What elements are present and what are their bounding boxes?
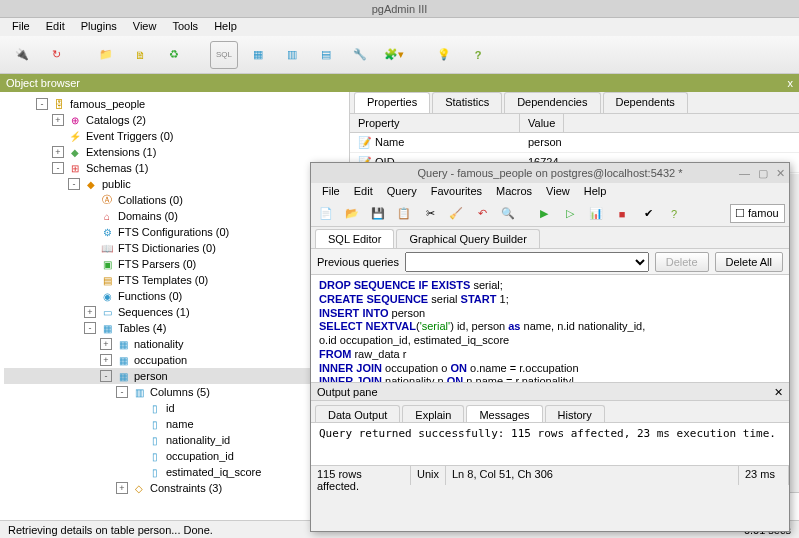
tree-item[interactable]: -▦Tables (4): [4, 320, 345, 336]
expand-icon[interactable]: +: [100, 354, 112, 366]
tab-statistics[interactable]: Statistics: [432, 92, 502, 113]
tree-item[interactable]: ▯nationality_id: [4, 432, 345, 448]
close-icon[interactable]: ✕: [774, 383, 783, 400]
qmenu-file[interactable]: File: [315, 183, 347, 201]
trash-icon[interactable]: ♻: [160, 41, 188, 69]
previous-queries-select[interactable]: [405, 252, 649, 272]
tree-item[interactable]: ⚡Event Triggers (0): [4, 128, 345, 144]
qmenu-favourites[interactable]: Favourites: [424, 183, 489, 201]
expand-icon[interactable]: +: [116, 482, 128, 494]
node-icon: ▯: [148, 433, 162, 447]
tree-item[interactable]: +⊕Catalogs (2): [4, 112, 345, 128]
menu-tools[interactable]: Tools: [164, 18, 206, 36]
tree-item[interactable]: ▣FTS Parsers (0): [4, 256, 345, 272]
menu-view[interactable]: View: [125, 18, 165, 36]
collapse-icon[interactable]: -: [68, 178, 80, 190]
tree-item[interactable]: ▯name: [4, 416, 345, 432]
close-icon[interactable]: x: [788, 74, 794, 92]
new-icon[interactable]: 📄: [315, 203, 337, 225]
properties-icon[interactable]: 🗎: [126, 41, 154, 69]
tree-item[interactable]: -▦person: [4, 368, 345, 384]
collapse-icon[interactable]: -: [52, 162, 64, 174]
commit-icon[interactable]: ✔: [637, 203, 659, 225]
refresh-icon[interactable]: ↻: [42, 41, 70, 69]
sql-icon[interactable]: SQL: [210, 41, 238, 69]
tab-dependencies[interactable]: Dependencies: [504, 92, 600, 113]
close-icon[interactable]: ✕: [776, 167, 785, 180]
tree-item[interactable]: +▦nationality: [4, 336, 345, 352]
tree-item[interactable]: ▯occupation_id: [4, 448, 345, 464]
tree-item[interactable]: ▯id: [4, 400, 345, 416]
save-icon[interactable]: 💾: [367, 203, 389, 225]
tab-messages[interactable]: Messages: [466, 405, 542, 422]
tab-dependents[interactable]: Dependents: [603, 92, 688, 113]
tree-item[interactable]: -⊞Schemas (1): [4, 160, 345, 176]
qmenu-view[interactable]: View: [539, 183, 577, 201]
tree-item[interactable]: -◆public: [4, 176, 345, 192]
delete-all-button[interactable]: Delete All: [715, 252, 783, 272]
tab-graphical-query-builder[interactable]: Graphical Query Builder: [396, 229, 539, 248]
menu-help[interactable]: Help: [206, 18, 245, 36]
help-icon[interactable]: ?: [663, 203, 685, 225]
run-plan-icon[interactable]: ▷: [559, 203, 581, 225]
wrench-icon[interactable]: 🔧: [346, 41, 374, 69]
cut-icon[interactable]: ✂: [419, 203, 441, 225]
undo-icon[interactable]: ↶: [471, 203, 493, 225]
table-filter-icon[interactable]: ▥: [278, 41, 306, 69]
plug-icon[interactable]: 🔌: [8, 41, 36, 69]
tree-item[interactable]: ⌂Domains (0): [4, 208, 345, 224]
help-icon[interactable]: ?: [464, 41, 492, 69]
qmenu-help[interactable]: Help: [577, 183, 614, 201]
tree-item[interactable]: ⚙FTS Configurations (0): [4, 224, 345, 240]
object-browser-tree[interactable]: -🗄famous_people+⊕Catalogs (2)⚡Event Trig…: [0, 92, 350, 520]
collapse-icon[interactable]: -: [84, 322, 96, 334]
tree-item[interactable]: ⒶCollations (0): [4, 192, 345, 208]
copy-icon[interactable]: 📋: [393, 203, 415, 225]
find-icon[interactable]: 🔍: [497, 203, 519, 225]
expand-icon[interactable]: +: [52, 146, 64, 158]
delete-button[interactable]: Delete: [655, 252, 709, 272]
tree-item[interactable]: +▦occupation: [4, 352, 345, 368]
tree-item[interactable]: ▤FTS Templates (0): [4, 272, 345, 288]
folder-icon[interactable]: 📁: [92, 41, 120, 69]
expand-icon[interactable]: +: [100, 338, 112, 350]
menu-plugins[interactable]: Plugins: [73, 18, 125, 36]
expand-icon[interactable]: +: [52, 114, 64, 126]
node-icon: ⚡: [68, 129, 82, 143]
explain-icon[interactable]: 📊: [585, 203, 607, 225]
tree-item[interactable]: +◇Constraints (3): [4, 480, 345, 496]
collapse-icon[interactable]: -: [100, 370, 112, 382]
menu-file[interactable]: File: [4, 18, 38, 36]
table-edit-icon[interactable]: ▤: [312, 41, 340, 69]
collapse-icon[interactable]: -: [36, 98, 48, 110]
tab-properties[interactable]: Properties: [354, 92, 430, 113]
tree-item[interactable]: -▥Columns (5): [4, 384, 345, 400]
hint-icon[interactable]: 💡: [430, 41, 458, 69]
minimize-icon[interactable]: —: [739, 167, 750, 180]
puzzle-icon[interactable]: 🧩▾: [380, 41, 408, 69]
qmenu-edit[interactable]: Edit: [347, 183, 380, 201]
clear-icon[interactable]: 🧹: [445, 203, 467, 225]
menu-edit[interactable]: Edit: [38, 18, 73, 36]
tree-item[interactable]: ◉Functions (0): [4, 288, 345, 304]
tree-item[interactable]: +◆Extensions (1): [4, 144, 345, 160]
tab-sql-editor[interactable]: SQL Editor: [315, 229, 394, 248]
stop-icon[interactable]: ■: [611, 203, 633, 225]
sql-editor[interactable]: DROP SEQUENCE IF EXISTS serial;CREATE SE…: [311, 275, 789, 383]
tree-item[interactable]: 📖FTS Dictionaries (0): [4, 240, 345, 256]
tree-item[interactable]: +▭Sequences (1): [4, 304, 345, 320]
tree-item[interactable]: -🗄famous_people: [4, 96, 345, 112]
maximize-icon[interactable]: ▢: [758, 167, 768, 180]
tab-explain[interactable]: Explain: [402, 405, 464, 422]
tree-item[interactable]: ▯estimated_iq_score: [4, 464, 345, 480]
open-icon[interactable]: 📂: [341, 203, 363, 225]
qmenu-query[interactable]: Query: [380, 183, 424, 201]
connection-combo[interactable]: famou: [730, 204, 785, 223]
expand-icon[interactable]: +: [84, 306, 96, 318]
qmenu-macros[interactable]: Macros: [489, 183, 539, 201]
run-icon[interactable]: ▶: [533, 203, 555, 225]
collapse-icon[interactable]: -: [116, 386, 128, 398]
tab-data-output[interactable]: Data Output: [315, 405, 400, 422]
tab-history[interactable]: History: [545, 405, 605, 422]
table-view-icon[interactable]: ▦: [244, 41, 272, 69]
